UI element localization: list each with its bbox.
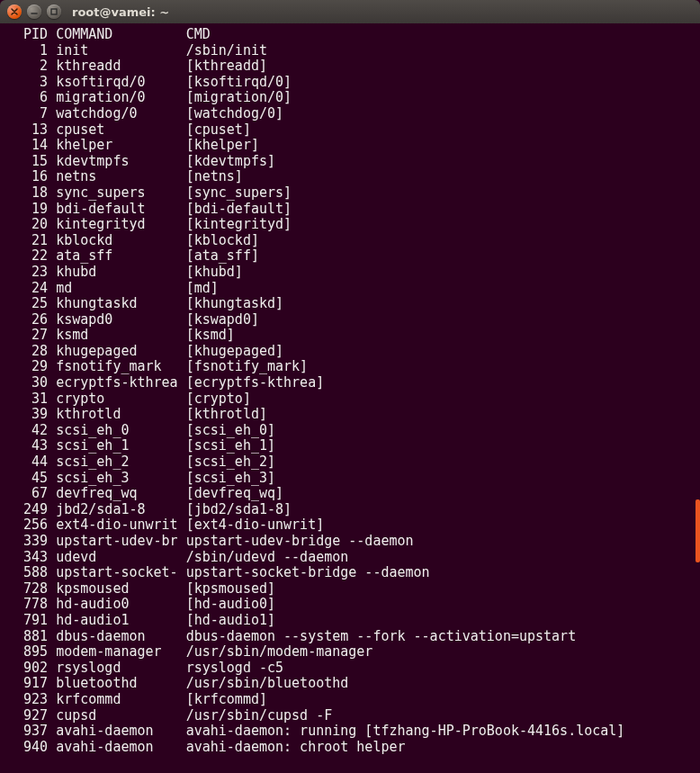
cell-cmd: [crypto] [178,391,251,407]
cell-command: avahi-daemon [48,739,178,755]
cell-pid: 15 [7,153,48,169]
cell-cmd: [kblockd] [178,232,259,248]
cell-pid: 20 [7,216,48,232]
cell-pid: 3 [7,74,48,90]
cell-pid: 27 [7,327,48,343]
cell-command: cupsd [48,707,178,724]
cell-cmd: [netns] [178,168,243,184]
cell-pid: 39 [7,406,48,422]
process-row: 923 krfcommd [krfcommd] [7,692,693,708]
cell-command: udevd [48,549,178,565]
process-row: 937 avahi-daemon avahi-daemon: running [… [7,724,693,740]
cell-pid: 45 [7,470,48,486]
terminal-body[interactable]: PID COMMAND CMD 1 init /sbin/init 2 kthr… [0,23,700,773]
cell-command: ata_sff [48,247,178,264]
cell-cmd: [cpuset] [178,121,251,138]
cell-cmd: [kthreadd] [178,58,267,74]
process-row: 26 kswapd0 [kswapd0] [7,312,693,328]
maximize-icon[interactable] [47,4,61,19]
process-row: 3 ksoftirqd/0 [ksoftirqd/0] [7,75,693,91]
cell-pid: 44 [7,454,48,470]
cell-pid: 19 [7,201,48,217]
process-row: 902 rsyslogd rsyslogd -c5 [7,661,693,677]
close-icon[interactable] [7,4,22,19]
cell-cmd: [ecryptfs-kthrea] [178,374,325,391]
cell-command: hd-audio1 [48,612,178,628]
process-row: 43 scsi_eh_1 [scsi_eh_1] [7,438,693,454]
process-row: 2 kthreadd [kthreadd] [7,58,693,75]
cell-command: krfcommd [48,691,178,707]
process-row: 917 bluetoothd /usr/sbin/bluetoothd [7,676,693,692]
cell-pid: 256 [7,517,48,533]
process-row: 45 scsi_eh_3 [scsi_eh_3] [7,471,693,487]
cell-pid: 14 [7,137,48,153]
cell-cmd: [sync_supers] [178,184,292,201]
process-row: 16 netns [netns] [7,169,693,185]
cell-command: jbd2/sda1-8 [48,501,178,517]
cell-pid: 791 [7,612,48,628]
cell-cmd: [ksoftirqd/0] [178,74,292,90]
cell-cmd: [bdi-default] [178,201,292,217]
process-row: 895 modem-manager /usr/sbin/modem-manage… [7,644,693,661]
cell-pid: 778 [7,596,48,612]
cell-command: khungtaskd [48,295,178,311]
cell-cmd: [khubd] [178,264,243,280]
cell-pid: 23 [7,264,48,280]
cell-pid: 67 [7,485,48,501]
process-row: 15 kdevtmpfs [kdevtmpfs] [7,154,693,170]
cell-command: crypto [48,391,178,407]
cell-command: scsi_eh_0 [48,422,178,438]
cell-command: scsi_eh_3 [48,470,178,486]
cell-cmd: [jbd2/sda1-8] [178,501,292,517]
process-row: 31 crypto [crypto] [7,391,693,408]
cell-cmd: [fsnotify_mark] [178,358,309,374]
cell-command: khubd [48,264,178,280]
scrollbar-thumb[interactable] [696,499,700,562]
cell-cmd: [kintegrityd] [178,216,292,232]
cell-command: fsnotify_mark [48,358,178,374]
cell-cmd: /sbin/udevd --daemon [178,549,349,565]
cell-command: scsi_eh_1 [48,437,178,454]
cell-cmd: [ksmd] [178,327,235,343]
cell-command: scsi_eh_2 [48,454,178,470]
cell-command: watchdog/0 [48,105,178,121]
cell-command: ext4-dio-unwrit [48,517,178,533]
cell-cmd: [scsi_eh_1] [178,437,275,454]
titlebar[interactable]: root@vamei: ~ [0,0,700,23]
cell-pid: 25 [7,295,48,311]
cell-command: bluetoothd [48,675,178,691]
process-row: 23 khubd [khubd] [7,265,693,281]
window-title: root@vamei: ~ [72,5,169,19]
cell-pid: 937 [7,723,48,739]
cell-command: bdi-default [48,201,178,217]
process-row: 256 ext4-dio-unwrit [ext4-dio-unwrit] [7,517,693,534]
process-row: 249 jbd2/sda1-8 [jbd2/sda1-8] [7,502,693,518]
cell-command: avahi-daemon [48,723,178,739]
process-row: 18 sync_supers [sync_supers] [7,185,693,202]
cell-command: kthreadd [48,58,178,74]
process-row: 29 fsnotify_mark [fsnotify_mark] [7,359,693,375]
cell-cmd: [krfcommd] [178,691,267,707]
cell-cmd: [kpsmoused] [178,580,275,597]
cell-pid: 31 [7,391,48,407]
cell-pid: 249 [7,501,48,517]
cell-pid: 43 [7,437,48,454]
cell-cmd: rsyslogd -c5 [178,660,283,676]
cell-cmd: [hd-audio1] [178,612,275,628]
col-header-command: COMMAND [48,26,178,42]
cell-pid: 927 [7,707,48,724]
cell-cmd: /usr/sbin/cupsd -F [178,707,333,724]
cell-command: khugepaged [48,343,178,359]
cell-pid: 24 [7,280,48,296]
cell-pid: 923 [7,691,48,707]
cell-command: md [48,280,178,296]
minimize-icon[interactable] [27,4,41,19]
terminal-window: root@vamei: ~ PID COMMAND CMD 1 init /sb… [0,0,700,773]
process-row: 44 scsi_eh_2 [scsi_eh_2] [7,454,693,471]
process-row: 20 kintegrityd [kintegrityd] [7,217,693,233]
cell-cmd: /sbin/init [178,42,267,58]
cell-command: upstart-udev-br [48,533,178,549]
cell-cmd: avahi-daemon: chroot helper [178,739,406,755]
cell-pid: 18 [7,184,48,201]
process-row: 22 ata_sff [ata_sff] [7,248,693,265]
